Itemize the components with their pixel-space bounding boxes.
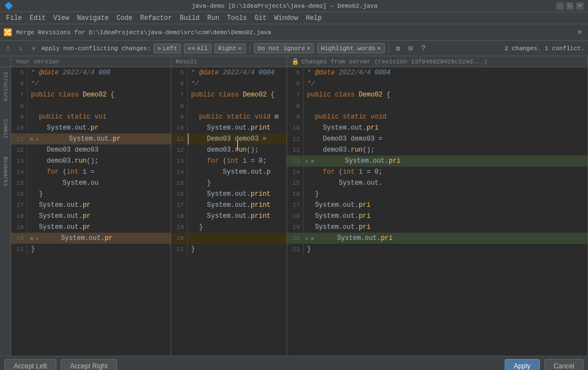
left-line-11-conflict: 11 ✕ » System.out.pr xyxy=(11,133,171,144)
highlight-words-dropdown[interactable]: Highlight words ▾ xyxy=(317,43,385,53)
highlight-dropdown-arrow-icon: ▾ xyxy=(377,45,381,52)
left-line-10: 10 System.out.pr xyxy=(11,122,171,133)
merge-dialog-icon: 🔀 xyxy=(3,28,12,37)
diff-columns: 5 * @date 2022/4/4 000 6 */ 7 public cla… xyxy=(11,67,588,356)
dropdown-arrow-icon: ▾ xyxy=(307,45,311,52)
sidebar-tab-bookmarks[interactable]: Bookmarks xyxy=(1,154,9,189)
left-line-5: 5 * @date 2022/4/4 000 xyxy=(11,67,171,78)
line-11-left-markers: ✕ » xyxy=(28,136,50,142)
server-line-9: 9 public static void xyxy=(287,111,587,122)
result-line-13: 13 for (int i = 0; xyxy=(171,155,287,167)
server-line-14: 14 for (int i = 0; xyxy=(287,167,587,178)
collapse-icon[interactable]: ⊟ xyxy=(406,44,416,53)
menu-view[interactable]: View xyxy=(50,13,73,23)
line-20-left-x-btn[interactable]: ✕ xyxy=(29,235,34,242)
prev-change-button[interactable]: ↑ xyxy=(3,44,13,53)
help-icon[interactable]: ? xyxy=(419,44,428,53)
left-line-8: 8 xyxy=(11,100,171,111)
line-20-server-x-btn[interactable]: ✕ xyxy=(310,235,315,242)
menu-build[interactable]: Build xyxy=(176,13,203,23)
left-line-20-conflict: 20 ✕ » System.out.pr xyxy=(11,233,171,244)
close-dialog-button[interactable]: × xyxy=(575,28,585,37)
result-line-10: 10 System.out.print xyxy=(171,122,287,133)
left-line-6: 6 */ xyxy=(11,78,171,89)
settings-icon[interactable]: ⚙ xyxy=(393,44,403,53)
apply-button[interactable]: Apply xyxy=(505,359,540,371)
menu-edit[interactable]: Edit xyxy=(26,13,50,23)
apply-right-button[interactable]: Right « xyxy=(214,44,246,53)
line-20-server-dbl-left-btn[interactable]: « xyxy=(305,235,309,242)
server-line-19: 19 System.out.pri xyxy=(287,222,587,233)
left-column-header: Your version xyxy=(11,56,171,67)
changes-count: 2 changes. 1 conflict. xyxy=(505,45,585,52)
ignore-whitespace-dropdown[interactable]: Do not ignore ▾ xyxy=(254,43,314,53)
server-line-11: 11 Demo03 demo03 = xyxy=(287,133,587,144)
apply-left-button[interactable]: » Left xyxy=(153,44,181,53)
menu-help[interactable]: Help xyxy=(302,13,326,23)
dbl-right-icon: » xyxy=(157,45,161,52)
apply-nonconflicting-button[interactable]: ⚡ xyxy=(29,44,39,53)
maximize-button[interactable]: □ xyxy=(566,2,574,10)
line-13-server-x-btn[interactable]: ✕ xyxy=(310,158,315,164)
menu-git[interactable]: Git xyxy=(251,13,271,23)
dbl-left-icon: « xyxy=(238,45,242,52)
next-change-button[interactable]: ↓ xyxy=(16,44,26,53)
side-tabs: Structure Commit Bookmarks xyxy=(0,67,11,356)
result-line-11[interactable]: 11 Demo03 demo03 = xyxy=(171,133,287,144)
title-bar-left: 🔷 xyxy=(4,2,13,10)
server-line-20-conflict: 20 « ✕ System.out.pri xyxy=(287,233,587,244)
title-bar-controls: – □ × xyxy=(556,2,584,10)
text-cursor xyxy=(237,140,238,151)
menu-navigate[interactable]: Navigate xyxy=(73,13,113,23)
server-line-16: 16 } xyxy=(287,189,587,200)
column-headers: Your version Result 🔒 Changes from serve… xyxy=(0,56,588,67)
line-20-left-dbl-right-btn[interactable]: » xyxy=(35,235,39,242)
menu-tools[interactable]: Tools xyxy=(223,13,251,23)
close-button[interactable]: × xyxy=(576,2,584,10)
line-11-left-x-btn[interactable]: ✕ xyxy=(29,136,34,142)
line-13-server-dbl-left-btn[interactable]: « xyxy=(305,158,309,164)
accept-right-button[interactable]: Accept Right xyxy=(61,359,117,371)
menu-run[interactable]: Run xyxy=(203,13,223,23)
menu-refactor[interactable]: Refactor xyxy=(136,13,176,23)
line-20-server-markers: « ✕ xyxy=(304,235,326,242)
server-line-21: 21 } xyxy=(287,244,587,255)
apply-nonconflicting-label: Apply non-conflicting changes: xyxy=(41,45,151,52)
server-panel: 5 * @date 2022/4/4 0004 6 */ 7 public cl… xyxy=(287,67,588,356)
server-line-15: 15 System.out. xyxy=(287,178,587,189)
left-line-18: 18 System.out.pr xyxy=(11,211,171,222)
title-bar-title: java-demo [D:\IdeaProjects\java-demo] – … xyxy=(13,3,556,9)
result-line-16: 16 System.out.print xyxy=(171,189,287,200)
server-column-header: 🔒 Changes from server (revision 13f94602… xyxy=(287,56,588,67)
result-line-5: 5 * @date 2022/4/4 0004 xyxy=(171,67,287,78)
dbl-right-all-icon: «» xyxy=(188,45,195,52)
left-line-14: 14 for (int i = xyxy=(11,167,171,178)
accept-left-button[interactable]: Accept Left xyxy=(4,359,56,371)
sidebar-tab-commit[interactable]: Commit xyxy=(1,117,9,141)
result-line-19: 19 } xyxy=(171,222,287,233)
app-icon: 🔷 xyxy=(4,2,13,10)
minimize-button[interactable]: – xyxy=(556,2,564,10)
toolbar-separator-1 xyxy=(250,44,250,53)
server-line-17: 17 System.out.pri xyxy=(287,200,587,211)
menu-window[interactable]: Window xyxy=(271,13,302,23)
apply-all-button[interactable]: «» All xyxy=(184,44,211,53)
cancel-button[interactable]: Cancel xyxy=(544,359,584,371)
title-bar: 🔷 java-demo [D:\IdeaProjects\java-demo] … xyxy=(0,0,588,12)
server-line-7: 7 public class Demo02 { xyxy=(287,89,587,100)
result-line-12: 12 demo03.run(); xyxy=(171,144,287,155)
left-panel: 5 * @date 2022/4/4 000 6 */ 7 public cla… xyxy=(11,67,171,356)
result-line-7: 7 public class Demo02 { xyxy=(171,89,287,100)
menu-file[interactable]: File xyxy=(2,13,26,23)
result-line-21: 21 } xyxy=(171,244,287,255)
menu-code[interactable]: Code xyxy=(113,13,136,23)
merge-dialog-title: Merge Revisions for D:\IdeaProjects\java… xyxy=(16,29,573,36)
server-line-13-conflict: 13 « ✕ System.out.pri xyxy=(287,155,587,167)
sidebar-tab-structure[interactable]: Structure xyxy=(1,69,9,104)
toolbar-separator-2 xyxy=(389,44,389,53)
left-line-21: 21 } xyxy=(11,244,171,255)
left-line-12: 12 Demo03 demo03 xyxy=(11,144,171,155)
left-line-13: 13 demo03.run(); xyxy=(11,155,171,167)
line-11-left-dbl-right-btn[interactable]: » xyxy=(35,136,39,142)
line-13-server-markers: « ✕ xyxy=(304,158,326,164)
